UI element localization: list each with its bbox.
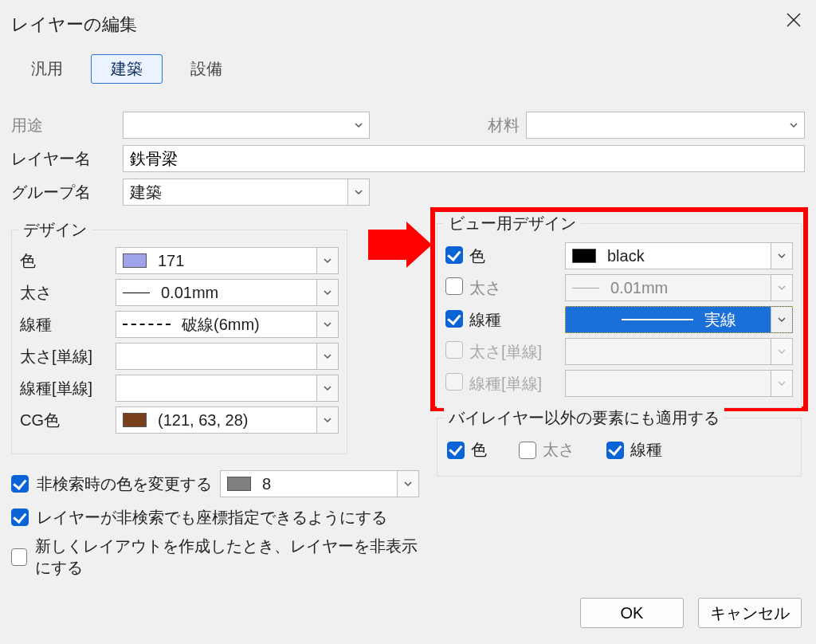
design-color-combo[interactable]: 171 [116,247,339,274]
options-area: 非検索時の色を変更する 8 レイヤーが非検索でも座標指定できるようにする 新しく… [11,469,426,582]
view-thickness-checkbox[interactable] [445,277,463,295]
view-design-group: ビュー用デザイン 色 black 太さ 0.01mm 線種 [437,223,802,408]
view-linetype-value: 実線 [704,309,736,331]
tab-general[interactable]: 汎用 [11,54,83,84]
design-cgcolor-label: CG色 [20,410,116,431]
chevron-down-icon [771,339,792,364]
tab-bar: 汎用 建築 設備 [11,54,242,84]
opt-hide-on-new-layout-label: 新しくレイアウトを作成したとき、レイヤーを非表示にする [35,536,426,579]
usage-combo[interactable] [123,112,370,139]
view-design-group-title: ビュー用デザイン [444,213,581,234]
design-linetype-single-combo[interactable] [116,375,339,402]
line-solid-icon [622,319,693,320]
chevron-down-icon [771,275,792,300]
opt-change-color-checkbox[interactable] [11,475,29,493]
group-name-combo[interactable]: 建築 [123,179,370,206]
view-color-checkbox[interactable] [445,246,463,264]
design-linetype-value: 破線(6mm) [182,314,260,336]
design-cgcolor-combo[interactable]: (121, 63, 28) [116,406,339,434]
color-swatch-icon [123,413,147,427]
bylayer-group: バイレイヤー以外の要素にも適用する 色 太さ 線種 [437,418,802,477]
view-color-combo[interactable]: black [565,242,793,269]
bylayer-group-title: バイレイヤー以外の要素にも適用する [444,407,724,429]
bylayer-color-checkbox[interactable] [447,442,465,459]
dialog-window: レイヤーの編集 汎用 建築 設備 用途 材料 レイヤー名 [0,0,816,644]
cancel-button[interactable]: キャンセル [698,598,802,628]
close-icon [786,12,802,28]
view-color-label: 色 [469,245,565,267]
view-thickness-combo[interactable]: 0.01mm [565,274,793,301]
bylayer-thickness-checkbox[interactable] [519,442,536,459]
view-thickness-single-label: 太さ[単線] [469,341,565,363]
design-thickness-single-label: 太さ[単線] [20,346,116,367]
chevron-down-icon [316,280,338,305]
view-linetype-single-combo [565,370,793,397]
opt-allow-coord-label: レイヤーが非検索でも座標指定できるようにする [37,507,387,528]
design-thickness-single-combo[interactable] [116,343,339,370]
bylayer-linetype-label: 線種 [630,439,662,461]
chevron-down-icon [316,312,338,337]
layer-name-input-wrapper [123,145,805,172]
opt-allow-coord-checkbox[interactable] [11,509,29,526]
view-thickness-single-checkbox [445,341,463,359]
chevron-down-icon [348,112,369,138]
design-group-title: デザイン [18,219,92,241]
line-thickness-icon [123,293,150,293]
chevron-down-icon [316,407,338,433]
ok-button[interactable]: OK [580,598,684,628]
layer-name-input[interactable] [124,146,804,171]
design-cgcolor-value: (121, 63, 28) [158,411,248,430]
bylayer-thickness-label: 太さ [543,439,575,461]
view-linetype-single-checkbox [445,373,463,391]
design-thickness-value: 0.01mm [161,284,218,302]
bylayer-linetype-checkbox[interactable] [606,442,624,459]
material-combo[interactable] [526,112,805,139]
usage-label: 用途 [11,115,123,136]
line-dash-icon [123,324,171,325]
view-color-value: black [607,247,645,265]
design-group: デザイン 色 171 太さ 0.01mm 線種 破線(6mm) [11,230,347,454]
tab-equipment[interactable]: 設備 [171,54,242,84]
design-linetype-single-label: 線種[単線] [20,378,116,399]
chevron-down-icon [771,371,792,396]
design-color-label: 色 [20,250,116,272]
view-thickness-single-combo [565,338,793,365]
design-linetype-combo[interactable]: 破線(6mm) [116,311,339,338]
chevron-down-icon [771,243,792,269]
view-linetype-checkbox[interactable] [445,310,463,328]
chevron-down-icon [783,112,804,138]
dialog-title: レイヤーの編集 [11,13,137,37]
bylayer-color-label: 色 [471,439,487,461]
close-button[interactable] [776,5,811,35]
design-thickness-combo[interactable]: 0.01mm [116,279,339,306]
opt-hide-on-new-layout-checkbox[interactable] [11,548,27,566]
opt-change-color-combo[interactable]: 8 [220,470,419,497]
svg-marker-2 [368,222,432,268]
chevron-down-icon [316,375,338,401]
form-area: 用途 材料 レイヤー名 グループ名 建築 [11,112,805,212]
view-thickness-label: 太さ [469,277,565,299]
design-color-value: 171 [158,252,184,270]
opt-change-color-value: 8 [262,475,271,493]
arrow-annotation-icon [368,222,432,268]
material-label: 材料 [472,115,520,136]
view-linetype-label: 線種 [469,309,565,331]
tab-building[interactable]: 建築 [91,54,163,84]
design-thickness-label: 太さ [20,282,116,304]
view-linetype-single-label: 線種[単線] [469,373,565,395]
color-swatch-icon [227,477,251,491]
opt-change-color-label: 非検索時の色を変更する [37,473,212,495]
line-thickness-icon [572,288,599,289]
chevron-down-icon [316,248,338,273]
color-swatch-icon [123,253,147,268]
chevron-down-icon [316,344,338,369]
group-name-label: グループ名 [11,182,123,203]
view-thickness-value: 0.01mm [610,279,668,297]
design-linetype-label: 線種 [20,314,116,336]
color-swatch-icon [572,249,596,263]
layer-name-label: レイヤー名 [11,148,123,170]
chevron-down-icon [771,307,792,332]
group-name-value: 建築 [124,182,369,203]
view-linetype-combo[interactable]: 実線 [565,306,793,333]
chevron-down-icon [347,179,369,205]
